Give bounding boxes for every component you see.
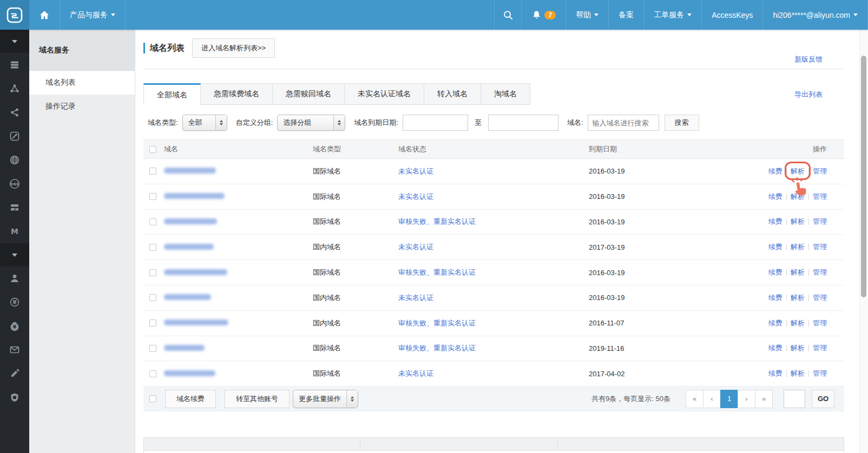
- feedback-link[interactable]: 新版反馈: [794, 55, 823, 64]
- resolve-link[interactable]: 解析: [791, 217, 805, 226]
- page-number-current[interactable]: 1: [720, 390, 738, 408]
- sidebar-item-messages[interactable]: [0, 338, 29, 362]
- custom-group-select[interactable]: 选择分组: [277, 115, 345, 131]
- manage-link[interactable]: 管理: [813, 217, 827, 226]
- manage-link[interactable]: 管理: [813, 318, 827, 328]
- renew-link[interactable]: 续费: [768, 369, 782, 378]
- sidebar-item-mq[interactable]: M: [0, 219, 29, 243]
- manage-link[interactable]: 管理: [813, 166, 827, 176]
- renew-link[interactable]: 续费: [768, 217, 782, 226]
- manage-link[interactable]: 管理: [813, 268, 827, 277]
- resolve-link[interactable]: 解析: [791, 369, 805, 378]
- domain-status-link[interactable]: 审核失败、重新实名认证: [398, 344, 476, 352]
- manage-link[interactable]: 管理: [813, 369, 827, 378]
- sidebar-item-domain-list[interactable]: 域名列表: [29, 71, 135, 95]
- domain-status-link[interactable]: 审核失败、重新实名认证: [398, 319, 476, 327]
- domain-status-link[interactable]: 未实名认证: [398, 167, 433, 175]
- tab-renew-urgent[interactable]: 急需续费域名: [201, 83, 273, 105]
- notifications-button[interactable]: 7: [521, 0, 565, 30]
- aliyun-logo[interactable]: [0, 0, 29, 30]
- row-checkbox[interactable]: [149, 319, 156, 327]
- domain-name-redacted[interactable]: [164, 244, 214, 250]
- expiry-end-input[interactable]: [488, 115, 558, 131]
- sidebar-item-account[interactable]: [0, 267, 29, 290]
- sidebar-item-slb[interactable]: [0, 77, 29, 101]
- resolve-link[interactable]: 解析: [791, 192, 805, 202]
- domain-status-link[interactable]: 未实名认证: [398, 294, 433, 302]
- account-menu[interactable]: hi206*****@aliyun.com: [762, 0, 868, 30]
- domain-name-redacted[interactable]: [164, 370, 215, 376]
- sidebar-item-security[interactable]: [0, 385, 29, 409]
- sidebar-item-cdn[interactable]: [0, 196, 29, 219]
- page-prev-button[interactable]: ‹: [703, 390, 721, 408]
- accesskeys-link[interactable]: AccessKeys: [701, 0, 762, 30]
- renew-link[interactable]: 续费: [768, 166, 782, 176]
- tab-all-domains[interactable]: 全部域名: [143, 83, 201, 105]
- page-first-button[interactable]: «: [686, 390, 703, 408]
- products-menu[interactable]: 产品与服务: [60, 0, 125, 30]
- renew-link[interactable]: 续费: [768, 318, 782, 328]
- resolve-link[interactable]: 解析: [791, 318, 805, 328]
- manage-link[interactable]: 管理: [813, 242, 827, 252]
- sidebar-item-oss[interactable]: [0, 124, 29, 148]
- renew-link[interactable]: 续费: [768, 343, 782, 353]
- search-submit-button[interactable]: 搜索: [665, 115, 699, 131]
- manage-link[interactable]: 管理: [813, 343, 827, 353]
- row-checkbox[interactable]: [149, 193, 156, 200]
- row-checkbox[interactable]: [149, 294, 156, 301]
- page-last-button[interactable]: »: [755, 390, 773, 408]
- sidebar-item-vpc[interactable]: [0, 148, 29, 172]
- tab-tao-domains[interactable]: 淘域名: [481, 83, 530, 105]
- sidebar-item-billing[interactable]: ¥: [0, 290, 29, 314]
- domain-name-redacted[interactable]: [164, 168, 216, 174]
- page-next-button[interactable]: ›: [738, 390, 755, 408]
- domain-name-redacted[interactable]: [164, 193, 225, 199]
- row-checkbox[interactable]: [149, 345, 156, 352]
- domain-status-link[interactable]: 审核失败、重新实名认证: [398, 268, 476, 276]
- expiry-start-input[interactable]: [403, 115, 468, 131]
- go-button[interactable]: GO: [812, 390, 834, 408]
- sidebar-item-dns[interactable]: DNS: [0, 172, 29, 196]
- renew-link[interactable]: 续费: [768, 293, 782, 303]
- scrollbar-thumb[interactable]: [861, 56, 866, 297]
- beian-link[interactable]: 备案: [608, 0, 643, 30]
- domain-status-link[interactable]: 审核失败、重新实名认证: [398, 217, 476, 225]
- manage-link[interactable]: 管理: [813, 293, 827, 303]
- tickets-menu[interactable]: 工单服务: [643, 0, 701, 30]
- renew-link[interactable]: 续费: [768, 192, 782, 202]
- sidebar-item-rds[interactable]: [0, 101, 29, 124]
- manage-link[interactable]: 管理: [813, 192, 827, 202]
- row-checkbox[interactable]: [149, 269, 156, 276]
- row-checkbox[interactable]: [149, 218, 156, 225]
- more-batch-select[interactable]: 更多批量操作: [293, 390, 358, 408]
- sidebar-collapse-bottom[interactable]: [0, 243, 29, 267]
- sidebar-item-funds[interactable]: ¥: [0, 314, 29, 338]
- domain-name-redacted[interactable]: [164, 294, 211, 300]
- home-button[interactable]: [29, 0, 60, 30]
- resolve-link[interactable]: 解析: [791, 242, 805, 252]
- domain-status-link[interactable]: 未实名认证: [398, 192, 433, 201]
- page-jump-input[interactable]: [784, 390, 805, 408]
- row-checkbox[interactable]: [149, 370, 156, 377]
- transfer-account-button[interactable]: 转至其他账号: [225, 390, 290, 408]
- renew-link[interactable]: 续费: [768, 268, 782, 277]
- sidebar-item-ecs[interactable]: [0, 53, 29, 77]
- search-button[interactable]: [494, 0, 521, 30]
- domain-search-input[interactable]: [588, 115, 659, 131]
- renew-link[interactable]: 续费: [768, 242, 782, 252]
- domain-name-redacted[interactable]: [164, 218, 217, 224]
- domain-name-redacted[interactable]: [164, 269, 227, 275]
- row-checkbox[interactable]: [149, 168, 156, 175]
- batch-renew-button[interactable]: 域名续费: [165, 390, 216, 408]
- row-checkbox[interactable]: [149, 244, 156, 251]
- sidebar-item-operation-log[interactable]: 操作记录: [29, 95, 135, 118]
- select-all-checkbox[interactable]: [149, 146, 156, 153]
- tab-transfer-in[interactable]: 转入域名: [424, 83, 481, 105]
- enter-dns-list-button[interactable]: 进入域名解析列表>>: [192, 38, 275, 58]
- domain-status-link[interactable]: 未实名认证: [398, 369, 433, 377]
- domain-name-redacted[interactable]: [164, 345, 205, 351]
- tab-unverified[interactable]: 未实名认证域名: [345, 83, 424, 105]
- domain-type-select[interactable]: 全部: [182, 115, 227, 131]
- tab-redeem-urgent[interactable]: 急需赎回域名: [273, 83, 345, 105]
- domain-name-redacted[interactable]: [164, 319, 228, 325]
